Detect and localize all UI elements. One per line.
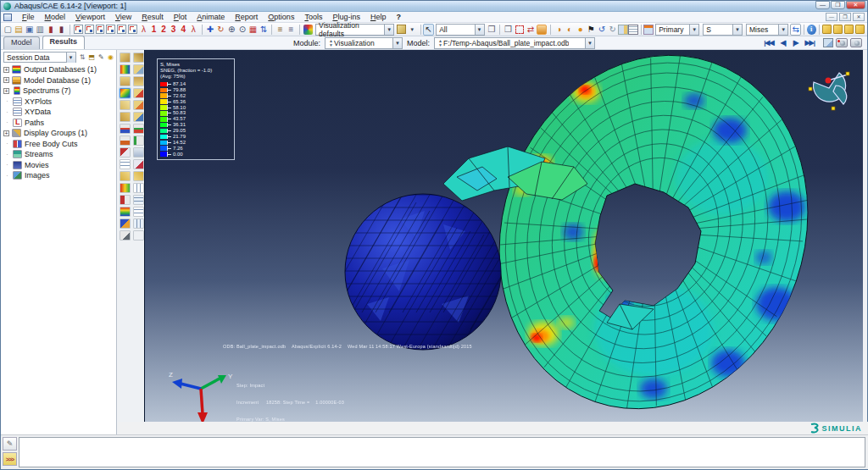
toolbox-icon-color-code[interactable] xyxy=(120,218,131,229)
spinner-icon[interactable]: ▲▼ xyxy=(328,39,334,47)
view-back-icon[interactable] xyxy=(85,25,94,34)
toolbox-icon-table-c[interactable] xyxy=(133,207,144,217)
zoom-select-icon[interactable]: ⊙ xyxy=(237,24,248,36)
message-area-button[interactable]: ✎ xyxy=(3,437,17,451)
redo-icon[interactable]: ↻ xyxy=(607,24,618,36)
tree-item-xyplots[interactable]: · XYPlots xyxy=(1,97,116,108)
chevron-down-icon[interactable]: ▼ xyxy=(778,25,787,35)
toolbox-icon-table-b[interactable] xyxy=(133,195,144,205)
chevron-down-icon[interactable]: ▼ xyxy=(475,25,484,35)
cut-half-icon[interactable]: ◑ xyxy=(554,24,565,36)
toolbox-icon-plot-symbols-b[interactable] xyxy=(133,76,144,86)
view-front-icon[interactable] xyxy=(74,25,83,34)
menu-report[interactable]: Report xyxy=(230,12,263,22)
tile-vertical-icon[interactable]: ≡ xyxy=(286,24,297,36)
view-left-icon[interactable] xyxy=(117,25,126,34)
tree-item-model-database[interactable]: + Model Database (1) xyxy=(1,75,116,86)
previous-frame-button[interactable]: ◀| xyxy=(777,39,789,47)
menu-plot[interactable]: Plot xyxy=(169,12,192,22)
toolbox-icon-path-gold[interactable] xyxy=(120,171,131,181)
menu-result[interactable]: Result xyxy=(136,12,169,22)
toolbox-icon-xy-spectrum-a[interactable] xyxy=(120,124,131,134)
field-report-icon[interactable] xyxy=(628,25,638,35)
render-style-chevron-icon[interactable]: ▼ xyxy=(407,24,418,36)
cut-quarter-icon[interactable]: ◐ xyxy=(565,24,576,36)
rotate-view-icon[interactable]: ↻ xyxy=(215,24,226,36)
menu-animate[interactable]: Animate xyxy=(192,12,230,22)
spinner-icon[interactable]: ▲▼ xyxy=(437,39,443,47)
toolbox-icon-symbol-options[interactable] xyxy=(133,112,144,122)
probe-flag-icon[interactable]: ⚑ xyxy=(586,24,597,36)
save-icon[interactable]: ▣ xyxy=(24,24,35,36)
run-explicit-icon[interactable]: ▮ xyxy=(56,24,67,36)
odb-display-shaded-icon[interactable] xyxy=(822,25,832,34)
field-position-combo[interactable]: Primary ▼ xyxy=(655,24,699,36)
magnify-view-icon[interactable]: ⊕ xyxy=(226,24,237,36)
activate-region-icon[interactable] xyxy=(515,25,524,34)
context-help-item[interactable]: ? xyxy=(391,12,406,22)
view-bottom-icon[interactable] xyxy=(106,25,115,34)
chevron-down-icon[interactable]: ▼ xyxy=(585,38,594,48)
menu-file[interactable]: File xyxy=(17,12,40,22)
close-button[interactable]: ✕ xyxy=(846,1,865,9)
tree-edit-icon[interactable]: ✎ xyxy=(97,53,106,63)
stack-icon[interactable]: ❐ xyxy=(487,24,498,36)
box-zoom-icon[interactable]: ▦ xyxy=(248,24,259,36)
toolbox-icon-xy-chart[interactable] xyxy=(120,135,131,146)
title-bar[interactable]: Abaqus/CAE 6.14-2 [Viewport: 1] — ❐ ✕ xyxy=(1,1,867,12)
menu-model[interactable]: Model xyxy=(40,12,71,22)
tree-item-display-groups[interactable]: + Display Groups (1) xyxy=(1,128,116,139)
child-restore-button[interactable]: ❐ xyxy=(839,13,851,21)
color-code-palette-icon[interactable] xyxy=(303,25,314,35)
odb-display-wire-icon[interactable] xyxy=(833,25,843,34)
selection-scope-combo[interactable]: All ▼ xyxy=(436,24,484,36)
toolbox-icon-xy-curve[interactable] xyxy=(133,159,144,169)
toolbox-icon-field-list[interactable] xyxy=(133,135,144,146)
menu-options[interactable]: Options xyxy=(263,12,299,22)
sweep-extrude-icon[interactable]: ⇄ xyxy=(526,24,537,36)
chevron-down-icon[interactable]: ▼ xyxy=(392,38,402,48)
record-animation-icon[interactable] xyxy=(836,38,848,47)
child-minimize-button[interactable]: — xyxy=(826,13,837,21)
view-right-icon[interactable] xyxy=(128,25,137,34)
display-defaults-combo[interactable]: Visualization defaults ▼ xyxy=(315,24,394,36)
field-output-tree-icon[interactable] xyxy=(643,25,654,35)
toolbox-icon-symbol-var[interactable] xyxy=(120,112,131,122)
tree-tip-icon[interactable]: ◉ xyxy=(106,53,115,63)
toolbox-icon-plot-contours-list[interactable] xyxy=(120,64,131,75)
view-iso-icon[interactable]: λ xyxy=(138,24,149,36)
run-standard-icon[interactable]: ▮ xyxy=(46,24,57,36)
views-toolbox-icon[interactable] xyxy=(537,25,547,35)
tree-item-movies[interactable]: · Movies xyxy=(1,160,116,171)
snapshot-icon[interactable] xyxy=(850,38,862,47)
open-file-icon[interactable]: ▤ xyxy=(14,24,25,36)
tab-model[interactable]: Model xyxy=(3,36,40,49)
toolbox-icon-table-d[interactable] xyxy=(133,218,144,229)
copy-viewport-icon[interactable]: ❐ xyxy=(503,24,514,36)
sync-frames-icon[interactable]: ⇆ xyxy=(790,24,801,36)
tab-results[interactable]: Results xyxy=(42,36,86,49)
view-preset-2[interactable]: 2 xyxy=(159,25,169,34)
tree-item-free-body-cuts[interactable]: · Free Body Cuts xyxy=(1,139,116,150)
toolbox-icon-contour-mini[interactable] xyxy=(120,183,131,193)
next-frame-button[interactable]: |▶ xyxy=(789,39,801,47)
odb-display-hidden-icon[interactable] xyxy=(844,25,854,34)
tile-horizontal-icon[interactable]: ≡ xyxy=(275,24,286,36)
toolbox-icon-spectrum-strip[interactable] xyxy=(120,207,131,217)
toolbox-icon-contour-deformed[interactable] xyxy=(120,88,131,98)
odb-display-exact-icon[interactable] xyxy=(855,25,865,34)
view-preset-4[interactable]: 4 xyxy=(178,25,188,34)
command-line-button[interactable]: >>> xyxy=(3,452,17,466)
expand-icon[interactable]: + xyxy=(3,88,9,94)
render-style-icon[interactable] xyxy=(397,25,406,34)
message-box[interactable] xyxy=(19,437,865,467)
toolbox-icon-xy-table[interactable] xyxy=(133,147,144,158)
toolbox-icon-orientation-options[interactable] xyxy=(133,100,144,110)
menu-viewport[interactable]: Viewport xyxy=(70,12,110,22)
toolbox-icon-free-body-cut[interactable] xyxy=(120,195,131,205)
tree-spin-icon[interactable]: ⇅ xyxy=(78,53,87,63)
select-cursor-icon[interactable]: ↖ xyxy=(423,24,434,36)
info-icon[interactable]: i xyxy=(807,25,816,35)
toolbox-icon-blank[interactable] xyxy=(133,230,144,241)
view-custom-icon[interactable]: λ xyxy=(188,24,199,36)
